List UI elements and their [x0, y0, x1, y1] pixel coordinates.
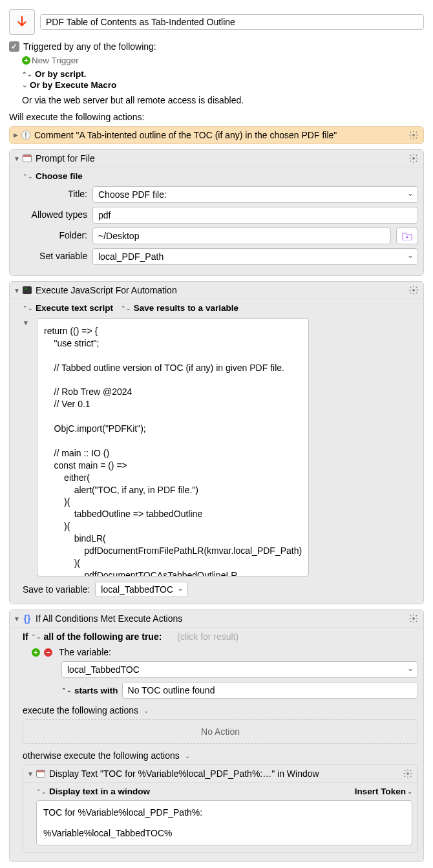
prompt-for-file-action: ▼ Prompt for File ⌃⌄ Choose file Title: … [9, 149, 424, 276]
gear-icon[interactable] [402, 768, 414, 779]
expand-icon: ⌃⌄ [31, 633, 41, 640]
expand-icon: ⌃⌄ [22, 71, 32, 78]
if-label: If [23, 631, 28, 642]
gear-icon[interactable] [408, 129, 419, 141]
condition-variable-field[interactable]: local_TabbedTOC [61, 661, 418, 678]
window-icon [23, 154, 32, 162]
window-icon [36, 770, 45, 778]
display-in-window-option[interactable]: ⌃⌄ Display text in a window [36, 787, 150, 796]
or-by-script[interactable]: ⌃⌄ Or by script. [22, 69, 424, 79]
save-to-variable-label: Save to variable: [23, 584, 90, 595]
comment-icon: ! [21, 131, 30, 140]
disclosure-down-icon[interactable]: ▼ [27, 770, 35, 778]
title-label: Title: [23, 186, 87, 203]
new-trigger-button[interactable]: New Trigger [22, 56, 424, 65]
expand-icon: ⌃⌄ [23, 305, 33, 312]
folder-label: Folder: [23, 228, 87, 244]
execute-jxa-action: ▼ Execute JavaScript For Automation ⌃⌄ E… [9, 281, 424, 604]
chevron-down-icon[interactable]: ⌄ [185, 752, 190, 759]
prompt-title: Prompt for File [36, 153, 408, 164]
chevron-down-icon[interactable]: ⌄ [143, 707, 149, 714]
svg-point-2 [406, 236, 408, 238]
if-action: ▼ {} If All Conditions Met Execute Actio… [9, 609, 424, 862]
expand-icon: ⌃⌄ [121, 305, 131, 312]
expand-icon: ⌃⌄ [36, 789, 47, 795]
web-server-note: Or via the web server but all remote acc… [22, 95, 424, 105]
expand-icon: ⌃⌄ [61, 687, 72, 693]
condition-operator[interactable]: ⌃⌄ starts with [61, 682, 118, 699]
svg-point-5 [407, 772, 409, 775]
display-text-title: Display Text "TOC for %Variable%local_PD… [49, 768, 402, 779]
save-results-option[interactable]: Save results to a variable [134, 303, 238, 313]
title-field[interactable]: Choose PDF file: [92, 186, 418, 203]
disclosure-down-icon[interactable]: ▼ [14, 287, 21, 294]
disclosure-down-icon[interactable]: ▼ [14, 155, 21, 162]
allowed-types-label: Allowed types [23, 207, 87, 224]
choose-file-option[interactable]: ⌃⌄ Choose file [23, 171, 418, 181]
save-to-variable-field[interactable]: local_TabbedTOC [95, 582, 188, 597]
macro-icon[interactable] [9, 9, 35, 35]
variable-condition-label: The variable: [59, 647, 111, 657]
insert-token-button[interactable]: Insert Token ⌄ [355, 787, 412, 796]
gear-icon[interactable] [408, 284, 419, 296]
set-variable-field[interactable]: local_PDF_Path [92, 248, 418, 265]
remove-condition-button[interactable] [44, 648, 52, 657]
gear-icon[interactable] [408, 613, 419, 624]
disclosure-right-icon[interactable]: ▶ [14, 132, 20, 138]
chevron-down-icon: ⌄ [407, 788, 412, 795]
add-condition-button[interactable] [32, 648, 40, 657]
click-for-result[interactable]: (click for result) [177, 631, 238, 642]
display-text-action: ▼ Display Text "TOC for %Variable%local_… [23, 765, 418, 852]
triggered-label: Triggered by any of the following: [23, 41, 156, 52]
chevron-down-icon: ⌄ [22, 81, 27, 89]
svg-point-1 [412, 157, 415, 160]
gear-icon[interactable] [408, 153, 419, 164]
all-true-option[interactable]: all of the following are true: [44, 631, 162, 642]
braces-icon: {} [24, 613, 31, 624]
otherwise-label: otherwise execute the following actions [23, 750, 180, 761]
disclosure-down-icon[interactable]: ▼ [14, 615, 21, 622]
condition-value-field[interactable]: No TOC outline found [122, 682, 418, 699]
expand-icon: ⌃⌄ [23, 173, 33, 180]
jxa-title: Execute JavaScript For Automation [36, 285, 408, 295]
macro-title-input[interactable] [40, 14, 424, 30]
svg-point-0 [412, 134, 415, 136]
script-editor[interactable]: return (() => { "use strict"; // Tabbed … [37, 318, 309, 577]
execute-following-label: execute the following actions [23, 705, 138, 715]
comment-title: Comment "A Tab-intented outline of the T… [34, 130, 408, 140]
plus-icon [22, 56, 30, 65]
or-by-execute-macro[interactable]: ⌄ Or by Execute Macro [22, 80, 424, 90]
display-text-body[interactable]: TOC for %Variable%local_PDF_Path%: %Vari… [36, 800, 412, 845]
code-disclosure-icon[interactable]: ▼ [23, 319, 30, 577]
terminal-icon [23, 286, 32, 294]
folder-field[interactable]: ~/Desktop [92, 228, 391, 244]
allowed-types-field[interactable]: pdf [92, 207, 418, 224]
if-title: If All Conditions Met Execute Actions [36, 613, 408, 624]
set-variable-label: Set variable [23, 248, 87, 265]
choose-folder-button[interactable] [396, 228, 418, 244]
exec-actions-label: Will execute the following actions: [9, 112, 424, 122]
comment-action[interactable]: ▶ ! Comment "A Tab-intented outline of t… [9, 126, 424, 144]
svg-point-4 [412, 617, 415, 620]
no-action-dropzone[interactable]: No Action [23, 719, 418, 744]
svg-point-3 [412, 289, 415, 291]
triggered-checkbox[interactable] [9, 41, 19, 52]
execute-text-script-option[interactable]: Execute text script [36, 303, 113, 313]
